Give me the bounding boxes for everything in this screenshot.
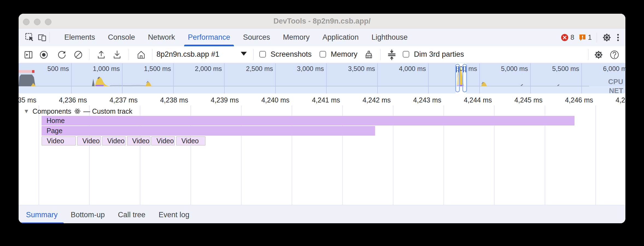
divider [597, 33, 597, 42]
toggle-sidebar-icon[interactable] [24, 50, 33, 60]
flamechart-detail[interactable]: 4,235 ms4,236 ms4,237 ms4,238 ms4,239 ms… [19, 93, 625, 205]
warning-count[interactable]: 1 [588, 33, 592, 41]
error-badge-icon[interactable] [561, 33, 569, 42]
tab-lighthouse[interactable]: Lighthouse [372, 28, 408, 46]
flame-entry-video[interactable]: Video [151, 136, 175, 145]
tab-performance[interactable]: Performance [188, 28, 230, 46]
tab-console[interactable]: Console [108, 28, 135, 46]
devtools-window: DevTools - 8p2n9n.csb.app/ ElementsConso… [19, 14, 625, 223]
tab-memory[interactable]: Memory [283, 28, 310, 46]
clear-icon[interactable] [73, 50, 83, 60]
selection-handle-left[interactable] [455, 64, 460, 92]
titlebar: DevTools - 8p2n9n.csb.app/ [19, 14, 625, 28]
bottom-tab-call-tree[interactable]: Call tree [118, 205, 146, 223]
overview-tick-label: 500 ms [19, 65, 69, 73]
checkbox-screenshots[interactable] [259, 51, 266, 58]
net-lane-label: NET [609, 87, 623, 93]
checkbox-label[interactable]: Memory [331, 50, 358, 59]
bottom-tab-event-log[interactable]: Event log [159, 205, 190, 223]
flame-entry-page[interactable]: Page [42, 126, 375, 136]
checkbox-label[interactable]: Screenshots [271, 50, 312, 59]
overview-tick-label: 1,000 ms [65, 65, 120, 73]
ruler-tick-label: 4,236 ms [32, 96, 87, 104]
checkbox-memory[interactable] [320, 51, 326, 58]
capture-settings-gear-icon[interactable] [594, 50, 604, 60]
target-selector[interactable]: 8p2n9n.csb.app #1 [156, 50, 219, 59]
divider [380, 49, 381, 60]
overview-tick-label: 3,500 ms [320, 65, 375, 73]
settings-gear-icon[interactable] [602, 33, 612, 42]
ruler-tick-label: 4,245 ms [488, 96, 543, 104]
reload-record-icon[interactable] [57, 50, 67, 60]
track-title: Components [33, 107, 71, 115]
detail-gridline [595, 105, 596, 205]
bottom-tab-bottom-up[interactable]: Bottom-up [71, 205, 105, 223]
flame-entry-video[interactable]: Video [77, 136, 101, 145]
window-title: DevTools - 8p2n9n.csb.app/ [19, 17, 625, 25]
detail-gridline [39, 105, 39, 205]
help-icon[interactable] [610, 50, 619, 60]
divider [253, 49, 254, 60]
warning-badge-icon[interactable] [579, 34, 586, 41]
bottom-tabs: SummaryBottom-upCall treeEvent log [26, 205, 189, 223]
ruler-tick-label: 4,239 ms [184, 96, 239, 104]
overview-tick-label: 6,000 ms [575, 65, 625, 73]
divider [588, 49, 588, 60]
device-toolbar-icon[interactable] [37, 32, 47, 42]
ruler-tick-label: 4,247 ms [589, 96, 625, 104]
flame-entry-home[interactable]: Home [42, 116, 575, 125]
ruler-tick-label: 4,241 ms [285, 96, 340, 104]
collapse-tracks-icon[interactable] [387, 50, 397, 60]
garbage-collect-brush-icon[interactable] [364, 50, 374, 60]
tab-application[interactable]: Application [323, 28, 359, 46]
tab-network[interactable]: Network [148, 28, 175, 46]
track-subtitle: — Custom track [83, 107, 132, 115]
overview-tick-label: 1,500 ms [116, 65, 171, 73]
react-atom-icon [74, 108, 81, 115]
inspect-element-icon[interactable] [25, 32, 34, 42]
timeline-overview[interactable]: 500 ms1,000 ms1,500 ms2,000 ms2,500 ms3,… [19, 63, 625, 93]
ruler-tick-label: 4,238 ms [134, 96, 188, 104]
ruler-tick-label: 4,237 ms [83, 96, 138, 104]
divider [89, 49, 89, 60]
selection-handle-right[interactable] [462, 64, 467, 92]
record-icon[interactable] [39, 50, 49, 60]
home-icon[interactable] [136, 50, 146, 60]
flame-entry-video[interactable]: Video [127, 136, 150, 145]
ruler-tick-label: 4,246 ms [538, 96, 593, 104]
overview-tick-label: 500 ms [422, 65, 477, 73]
error-count[interactable]: 8 [570, 33, 574, 41]
divider [50, 32, 50, 43]
overview-tick-label: 2,500 ms [218, 65, 273, 73]
kebab-menu-icon[interactable] [616, 33, 620, 42]
checkbox-dim-3rd-parties[interactable] [403, 51, 409, 58]
panel-tabs: ElementsConsoleNetworkPerformanceSources… [64, 28, 408, 46]
checkbox-label[interactable]: Dim 3rd parties [414, 50, 464, 59]
ruler-tick-label: 4,240 ms [235, 96, 289, 104]
collapse-triangle-icon[interactable]: ▼ [24, 108, 29, 115]
cpu-lane-label: CPU [608, 78, 623, 86]
overview-tick-label: 4,000 ms [371, 65, 426, 73]
overview-tick-label: 5,000 ms [473, 65, 528, 73]
download-profile-icon[interactable] [112, 50, 122, 60]
divider [152, 49, 152, 60]
custom-track-header[interactable]: ▼ Components — Custom track [19, 107, 132, 115]
overview-tick-label: 3,000 ms [269, 65, 324, 73]
overview-tick-label: 2,000 ms [167, 65, 222, 73]
panel-tabbar: ElementsConsoleNetworkPerformanceSources… [19, 28, 625, 46]
desktop-background: DevTools - 8p2n9n.csb.app/ ElementsConso… [0, 0, 644, 246]
upload-profile-icon[interactable] [96, 50, 106, 60]
tab-elements[interactable]: Elements [64, 28, 95, 46]
tabbar-right-cluster: 8 1 [561, 28, 620, 46]
ruler-tick-label: 4,242 ms [336, 96, 391, 104]
tab-sources[interactable]: Sources [243, 28, 270, 46]
flame-entry-video[interactable]: Video [102, 136, 126, 145]
flame-entry-video[interactable]: Video [42, 136, 76, 145]
bottom-tab-summary[interactable]: Summary [26, 205, 58, 223]
divider [129, 49, 129, 60]
performance-toolbar: 8p2n9n.csb.app #1 ScreenshotsMemoryDim 3… [19, 46, 625, 63]
overview-tick-label: 5,500 ms [524, 65, 579, 73]
chevron-down-icon[interactable] [241, 52, 247, 56]
flame-entry-video[interactable]: Video [176, 136, 205, 145]
active-bottom-tab-underline [19, 222, 64, 223]
